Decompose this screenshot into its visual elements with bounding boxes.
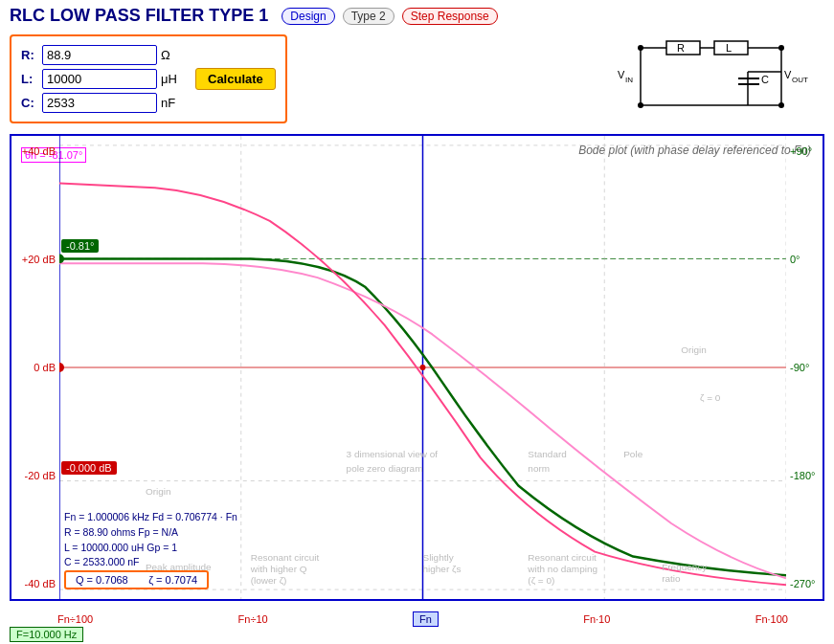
l-unit: μH xyxy=(161,72,188,86)
y-label-n90: -90° xyxy=(786,362,823,373)
y-label-0: 0° xyxy=(786,254,823,265)
x-label-fn: Fn xyxy=(413,611,439,627)
svg-text:Standard: Standard xyxy=(528,449,567,459)
x-label-fn10x: Fn·10 xyxy=(583,613,610,625)
chart-info: Fn = 1.000006 kHz Fd = 0.706774 · Fn R =… xyxy=(64,510,237,570)
page-title: RLC LOW PASS FILTER TYPE 1 xyxy=(10,6,268,26)
y-label-20db: +20 dB xyxy=(11,254,59,265)
y-label-40db: +40 dB xyxy=(11,145,59,157)
y-label-90: +90° xyxy=(786,145,823,157)
y-axis-left: +40 dB +20 dB 0 dB -20 dB -40 dB xyxy=(11,136,59,599)
r-label: R: xyxy=(21,48,38,62)
svg-point-17 xyxy=(778,45,784,51)
chart-area: Bode plot (with phase delay referenced t… xyxy=(10,134,824,601)
x-axis: Fn÷100 Fn÷10 Fn Fn·10 Fn·100 xyxy=(57,611,788,627)
svg-text:3 dimensional view of: 3 dimensional view of xyxy=(347,449,439,459)
freq-display: F=10.000 Hz xyxy=(10,627,83,642)
svg-text:with higher Q: with higher Q xyxy=(250,564,307,574)
calculate-button[interactable]: Calculate xyxy=(195,68,276,90)
l-label: L: xyxy=(21,72,38,86)
svg-text:Pole: Pole xyxy=(623,449,642,459)
svg-text:OUT: OUT xyxy=(792,76,808,84)
svg-text:with no damping: with no damping xyxy=(527,564,597,574)
svg-text:ratio: ratio xyxy=(662,573,681,584)
badge-design[interactable]: Design xyxy=(282,8,334,25)
y-label-0db: 0 dB xyxy=(11,362,59,373)
r-input[interactable] xyxy=(42,45,157,65)
y-label-n20db: -20 dB xyxy=(11,470,59,481)
l-input[interactable] xyxy=(42,69,157,89)
info-line-1: Fn = 1.000006 kHz Fd = 0.706774 · Fn xyxy=(64,510,237,525)
svg-text:V: V xyxy=(784,69,792,80)
svg-point-18 xyxy=(778,102,784,108)
svg-text:Frequency: Frequency xyxy=(662,562,707,572)
svg-text:(lower ζ): (lower ζ) xyxy=(251,575,287,586)
y-axis-right: +90° 0° -90° -180° -270° xyxy=(786,136,823,599)
svg-point-31 xyxy=(59,363,64,372)
svg-text:IN: IN xyxy=(625,76,633,84)
svg-text:norm: norm xyxy=(528,463,550,474)
svg-text:Origin: Origin xyxy=(146,486,171,497)
zeta-value: ζ = 0.7074 xyxy=(148,574,197,586)
badge-type2[interactable]: Type 2 xyxy=(343,8,394,25)
svg-text:higher ζs: higher ζs xyxy=(422,564,461,574)
badge-step-response[interactable]: Step Response xyxy=(402,8,498,25)
svg-text:C: C xyxy=(761,74,769,85)
x-label-fn100x: Fn·100 xyxy=(755,613,788,625)
svg-text:R: R xyxy=(677,42,685,54)
svg-text:pole zero diagram: pole zero diagram xyxy=(347,463,423,474)
c-label: C: xyxy=(21,96,38,110)
y-label-n40db: -40 dB xyxy=(11,578,59,589)
r-unit: Ω xyxy=(161,48,188,62)
q-value: Q = 0.7068 xyxy=(76,574,128,586)
svg-text:Resonant circuit: Resonant circuit xyxy=(251,553,320,564)
circuit-diagram: V IN R L C V OUT xyxy=(604,29,815,124)
info-line-4: C = 2533.000 nF xyxy=(64,555,237,570)
svg-text:Resonant circuit: Resonant circuit xyxy=(528,553,597,564)
db-badge: -0.000 dB xyxy=(61,461,117,475)
svg-point-33 xyxy=(59,254,64,263)
svg-text:Origin: Origin xyxy=(681,344,707,355)
y-label-n270: -270° xyxy=(786,578,823,589)
y-label-n180: -180° xyxy=(786,470,823,481)
svg-text:ζ = 0: ζ = 0 xyxy=(700,392,721,403)
info-line-2: R = 88.90 ohms Fp = N/A xyxy=(64,525,237,541)
controls-panel: R: Ω L: μH Calculate C: nF xyxy=(10,34,287,123)
svg-text:L: L xyxy=(726,42,732,54)
svg-point-19 xyxy=(638,45,643,51)
svg-text:(ζ = 0): (ζ = 0) xyxy=(528,575,554,586)
x-label-fn100: Fn÷100 xyxy=(57,613,93,625)
svg-point-32 xyxy=(420,365,426,370)
svg-point-20 xyxy=(638,102,643,108)
svg-text:V: V xyxy=(618,69,625,80)
svg-text:Slightly: Slightly xyxy=(422,553,453,564)
c-unit: nF xyxy=(161,96,188,110)
c-input[interactable] xyxy=(42,93,157,113)
gain-badge: -0.81° xyxy=(61,239,99,253)
info-line-3: L = 10000.000 uH Gp = 1 xyxy=(64,541,237,556)
x-label-fn10: Fn÷10 xyxy=(238,613,268,625)
qz-box: Q = 0.7068 ζ = 0.7074 xyxy=(64,570,209,589)
